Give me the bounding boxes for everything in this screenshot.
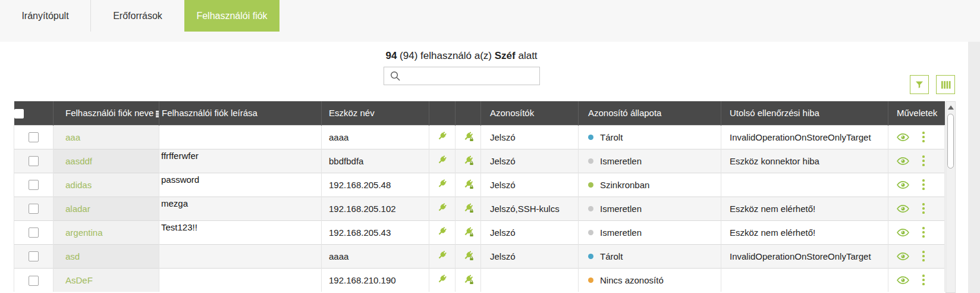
- account-name-link[interactable]: adidas: [65, 180, 92, 190]
- row-checkbox[interactable]: [29, 251, 39, 261]
- tab-eroforrasok[interactable]: Erőforrások: [91, 0, 184, 32]
- table-row: AsDeF 192.168.210.190 Nincs azonosító: [14, 268, 945, 292]
- table-header-row: Felhasználói fiók neve Felhasználói fiók…: [14, 101, 945, 125]
- connect-icon[interactable]: [437, 226, 447, 236]
- status-cell: Szinkronban: [579, 173, 721, 197]
- eye-icon[interactable]: [897, 252, 909, 261]
- connect-icon[interactable]: [437, 250, 447, 260]
- table-row: aladar mezga 192.168.205.102 Jelszó,SSH-…: [14, 197, 945, 220]
- table-row: adidas password 192.168.205.48 Jelszó Sz…: [14, 173, 945, 197]
- top-tab-bar: Irányítópult Erőforrások Felhasználói fi…: [0, 0, 980, 42]
- last-check-error: InvalidOperationOnStoreOnlyTarget: [721, 244, 888, 268]
- scrollbar-thumb[interactable]: [947, 114, 954, 169]
- table-row: aasddf ffrfferwfer bbdfbdfa Jelszó Ismer…: [14, 149, 945, 173]
- last-check-error: [721, 268, 888, 292]
- status-label: Ismeretlen: [600, 227, 642, 238]
- kebab-menu-icon[interactable]: [921, 178, 926, 191]
- account-description: password: [159, 173, 322, 197]
- device-name: aaaa: [322, 244, 429, 268]
- row-checkbox[interactable]: [29, 156, 39, 166]
- columns-icon: [940, 79, 951, 91]
- credential-types: [481, 268, 579, 292]
- account-name-link[interactable]: argentina: [65, 227, 103, 238]
- device-name: aaaa: [322, 125, 429, 149]
- result-count-line: 94 (94) felhasználó a(z) Széf alatt: [0, 50, 923, 62]
- credential-types: Jelszó: [481, 149, 579, 173]
- column-header-credentials[interactable]: Azonosítók: [481, 101, 579, 125]
- account-description: [159, 125, 322, 149]
- tabs: Irányítópult Erőforrások Felhasználói fi…: [0, 0, 980, 32]
- status-dot: [588, 206, 593, 211]
- content-panel: 94 (94) felhasználó a(z) Széf alatt Felh…: [0, 42, 968, 293]
- status-label: Tárolt: [600, 251, 623, 261]
- last-check-error: Eszköz nem elérhető!: [721, 220, 888, 244]
- connect-lock-icon[interactable]: [463, 155, 474, 166]
- kebab-menu-icon[interactable]: [921, 130, 926, 144]
- connect-lock-icon[interactable]: [463, 202, 474, 213]
- row-checkbox[interactable]: [29, 227, 39, 238]
- device-name: 192.168.205.43: [322, 220, 429, 244]
- column-header-last-error[interactable]: Utolsó ellenőrzési hiba: [721, 101, 888, 125]
- last-check-error: Eszköz konnektor hiba: [721, 149, 888, 173]
- eye-icon[interactable]: [897, 180, 909, 189]
- row-checkbox[interactable]: [29, 180, 39, 190]
- account-name-link[interactable]: AsDeF: [65, 275, 93, 285]
- row-checkbox[interactable]: [29, 132, 39, 142]
- connect-lock-icon[interactable]: [463, 179, 474, 189]
- status-dot: [588, 254, 593, 259]
- filter-button[interactable]: [910, 75, 929, 94]
- result-count-text: (94) felhasználó a(z): [397, 50, 494, 61]
- tab-iranyitopult[interactable]: Irányítópult: [0, 0, 91, 32]
- table-scrollbar[interactable]: [946, 101, 956, 293]
- row-checkbox[interactable]: [29, 276, 39, 286]
- status-cell: Ismeretlen: [579, 197, 721, 220]
- account-description: [159, 268, 322, 292]
- connect-lock-icon[interactable]: [463, 250, 474, 261]
- account-name-link[interactable]: asd: [65, 251, 80, 261]
- column-header-device-name[interactable]: Eszköz név: [322, 101, 429, 125]
- table-row: aaa aaaa Jelszó Tárolt InvalidOperationO…: [14, 125, 945, 149]
- result-count-suffix: alatt: [516, 50, 538, 61]
- column-header-status[interactable]: Azonosító állapota: [579, 101, 721, 125]
- connect-icon[interactable]: [437, 274, 447, 284]
- row-checkbox[interactable]: [29, 204, 39, 214]
- account-description: Test123!!: [159, 220, 322, 244]
- connect-icon[interactable]: [437, 179, 447, 189]
- status-cell: Tárolt: [579, 125, 721, 149]
- eye-icon[interactable]: [897, 204, 909, 213]
- select-all-checkbox[interactable]: [14, 109, 24, 119]
- credential-types: Jelszó,SSH-kulcs: [481, 197, 579, 220]
- credential-types: Jelszó: [481, 125, 579, 149]
- account-name-link[interactable]: aaa: [65, 132, 80, 142]
- scroll-up-arrow[interactable]: [948, 105, 954, 110]
- kebab-menu-icon[interactable]: [921, 226, 926, 239]
- account-description: mezga: [159, 197, 322, 220]
- column-header-account-name[interactable]: Felhasználói fiók neve: [65, 108, 153, 118]
- account-name-link[interactable]: aasddf: [65, 156, 92, 166]
- eye-icon[interactable]: [897, 133, 909, 142]
- sort-icon[interactable]: [156, 110, 159, 117]
- tab-felhasznaloi-fiok[interactable]: Felhasználói fiók: [184, 0, 279, 32]
- connect-lock-icon[interactable]: [463, 131, 474, 142]
- connect-lock-icon[interactable]: [463, 274, 474, 285]
- status-cell: Ismeretlen: [579, 149, 721, 173]
- eye-icon[interactable]: [897, 157, 909, 166]
- status-dot: [588, 230, 593, 235]
- column-settings-button[interactable]: [936, 75, 955, 94]
- column-header-connect-lock: [456, 101, 481, 125]
- kebab-menu-icon[interactable]: [921, 202, 926, 215]
- connect-icon[interactable]: [437, 202, 447, 213]
- search-input[interactable]: [384, 67, 540, 85]
- connect-lock-icon[interactable]: [463, 226, 474, 237]
- connect-icon[interactable]: [437, 155, 447, 165]
- kebab-menu-icon[interactable]: [921, 250, 926, 263]
- column-header-description[interactable]: Felhasználói fiók leírása: [159, 101, 322, 125]
- eye-icon[interactable]: [897, 276, 909, 285]
- kebab-menu-icon[interactable]: [921, 273, 926, 286]
- status-label: Ismeretlen: [600, 204, 642, 214]
- connect-icon[interactable]: [437, 131, 447, 141]
- kebab-menu-icon[interactable]: [921, 154, 926, 167]
- eye-icon[interactable]: [897, 228, 909, 237]
- account-name-link[interactable]: aladar: [65, 204, 90, 214]
- status-dot: [588, 182, 593, 188]
